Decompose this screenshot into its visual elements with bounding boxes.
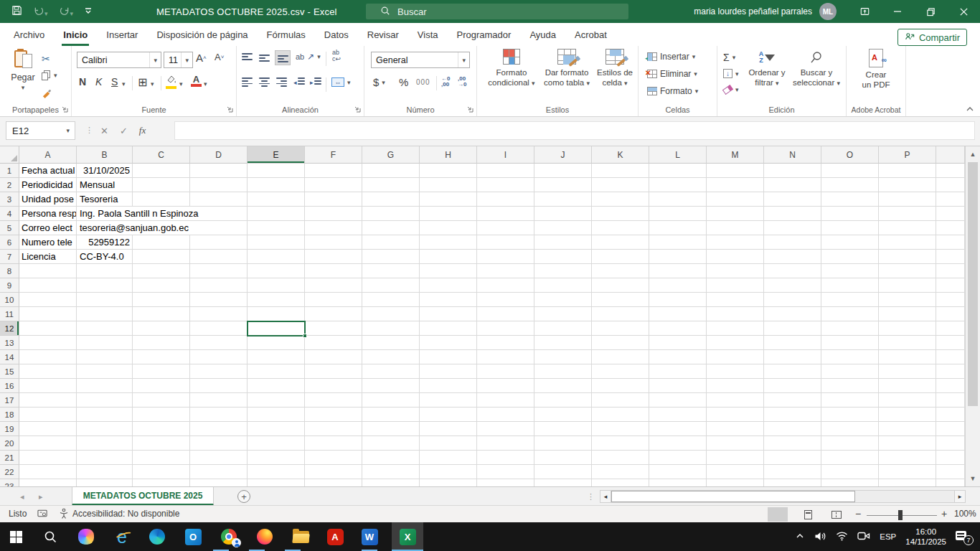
cell-L8[interactable] xyxy=(649,264,707,278)
cell-E16[interactable] xyxy=(248,379,305,393)
cell-E9[interactable] xyxy=(248,278,305,293)
zoom-slider-thumb[interactable] xyxy=(898,510,903,520)
font-size-select[interactable]: 11▾ xyxy=(164,52,193,68)
cell-H6[interactable] xyxy=(420,235,477,250)
scroll-left-icon[interactable]: ◂ xyxy=(600,491,611,502)
cell-G6[interactable] xyxy=(362,235,420,250)
cell-J13[interactable] xyxy=(534,336,592,350)
cell-J15[interactable] xyxy=(534,364,592,379)
cell-C17[interactable] xyxy=(133,393,190,408)
clipboard-dialog-launcher-icon[interactable] xyxy=(61,105,68,113)
cell-C22[interactable] xyxy=(133,465,190,479)
close-button[interactable] xyxy=(947,0,980,23)
cell-F22[interactable] xyxy=(305,465,362,479)
cell-F13[interactable] xyxy=(305,336,362,350)
cell-M3[interactable] xyxy=(707,192,764,207)
add-sheet-button[interactable]: + xyxy=(237,490,250,503)
cell-D18[interactable] xyxy=(190,408,248,422)
cell-F14[interactable] xyxy=(305,350,362,364)
cell-I3[interactable] xyxy=(477,192,534,207)
cell-K2[interactable] xyxy=(592,178,649,192)
active-cell-selection[interactable] xyxy=(247,321,306,336)
cell-O1[interactable] xyxy=(821,164,879,178)
cell-L3[interactable] xyxy=(649,192,707,207)
cell-partial-13[interactable] xyxy=(936,336,965,350)
cell-N7[interactable] xyxy=(764,250,821,264)
cell-F5[interactable] xyxy=(305,221,362,235)
cell-L21[interactable] xyxy=(649,451,707,465)
cell-K19[interactable] xyxy=(592,422,649,436)
row-header-11[interactable]: 11 xyxy=(0,307,19,321)
column-header-K[interactable]: K xyxy=(592,146,649,164)
cell-A20[interactable] xyxy=(19,436,77,451)
cell-M13[interactable] xyxy=(707,336,764,350)
cell-partial-16[interactable] xyxy=(936,379,965,393)
orientation-button[interactable]: ab↗▾ xyxy=(296,52,321,62)
column-header-C[interactable]: C xyxy=(133,146,190,164)
borders-icon[interactable]: ⊞ xyxy=(138,75,147,89)
cell-K13[interactable] xyxy=(592,336,649,350)
cell-partial-9[interactable] xyxy=(936,278,965,293)
cell-L10[interactable] xyxy=(649,293,707,307)
cell-partial-20[interactable] xyxy=(936,436,965,451)
cell-E21[interactable] xyxy=(248,451,305,465)
cell-B16[interactable] xyxy=(77,379,133,393)
cell-M14[interactable] xyxy=(707,350,764,364)
cell-P11[interactable] xyxy=(879,307,936,321)
cell-P21[interactable] xyxy=(879,451,936,465)
cell-A18[interactable] xyxy=(19,408,77,422)
cell-B20[interactable] xyxy=(77,436,133,451)
cell-N9[interactable] xyxy=(764,278,821,293)
row-header-1[interactable]: 1 xyxy=(0,164,19,178)
cell-I21[interactable] xyxy=(477,451,534,465)
cell-K10[interactable] xyxy=(592,293,649,307)
cell-E17[interactable] xyxy=(248,393,305,408)
cell-G3[interactable] xyxy=(362,192,420,207)
cell-I15[interactable] xyxy=(477,364,534,379)
cell-B6[interactable]: 52959122 xyxy=(77,235,133,250)
comma-style-button[interactable]: 000 xyxy=(416,78,430,86)
cell-P17[interactable] xyxy=(879,393,936,408)
cell-D9[interactable] xyxy=(190,278,248,293)
cell-L2[interactable] xyxy=(649,178,707,192)
cell-I14[interactable] xyxy=(477,350,534,364)
cell-L16[interactable] xyxy=(649,379,707,393)
cell-partial-23[interactable] xyxy=(936,479,965,486)
scrollbar-splitter[interactable]: ⋮ xyxy=(587,487,595,506)
cell-B4[interactable]: Ing. Paola Santill n Espinoza xyxy=(77,207,133,221)
cell-I6[interactable] xyxy=(477,235,534,250)
cell-N3[interactable] xyxy=(764,192,821,207)
cell-C8[interactable] xyxy=(133,264,190,278)
row-header-4[interactable]: 4 xyxy=(0,207,19,221)
cell-O9[interactable] xyxy=(821,278,879,293)
accessibility-icon[interactable] xyxy=(59,508,69,521)
cell-N18[interactable] xyxy=(764,408,821,422)
column-header-E[interactable]: E xyxy=(248,146,305,164)
cell-C23[interactable] xyxy=(133,479,190,486)
cell-F9[interactable] xyxy=(305,278,362,293)
cell-E1[interactable] xyxy=(248,164,305,178)
cell-A9[interactable] xyxy=(19,278,77,293)
cell-partial-12[interactable] xyxy=(936,321,965,336)
cell-P12[interactable] xyxy=(879,321,936,336)
cell-G10[interactable] xyxy=(362,293,420,307)
cell-N21[interactable] xyxy=(764,451,821,465)
cell-L20[interactable] xyxy=(649,436,707,451)
cell-M1[interactable] xyxy=(707,164,764,178)
cell-H5[interactable] xyxy=(420,221,477,235)
name-box[interactable]: E12▾ xyxy=(6,121,75,140)
cell-I19[interactable] xyxy=(477,422,534,436)
cell-D2[interactable] xyxy=(190,178,248,192)
copilot-icon[interactable] xyxy=(70,522,102,551)
cell-N4[interactable] xyxy=(764,207,821,221)
increase-indent-icon[interactable]: ▸ xyxy=(310,77,321,87)
cell-B5[interactable]: tesoreria@sanjuan.gob.ec xyxy=(77,221,133,235)
insert-function-icon[interactable]: fx xyxy=(139,125,146,136)
column-header-G[interactable]: G xyxy=(362,146,420,164)
cell-J1[interactable] xyxy=(534,164,592,178)
cell-I11[interactable] xyxy=(477,307,534,321)
cell-H12[interactable] xyxy=(420,321,477,336)
cell-H10[interactable] xyxy=(420,293,477,307)
paste-button[interactable]: Pegar ▾ xyxy=(4,49,42,93)
cell-F15[interactable] xyxy=(305,364,362,379)
